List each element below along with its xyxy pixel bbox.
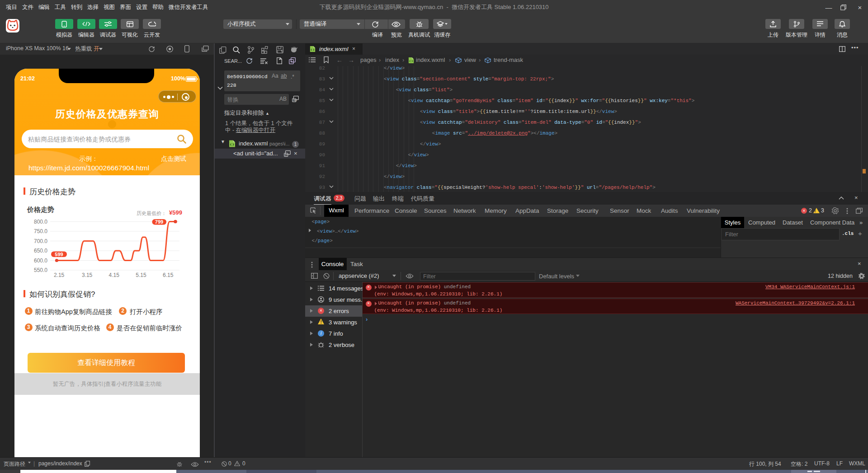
svg-text:4.15: 4.15 [109, 272, 120, 278]
svg-text:599: 599 [55, 252, 63, 257]
svg-text:2.15: 2.15 [54, 272, 65, 278]
svg-text:6.15: 6.15 [163, 272, 174, 278]
svg-text:3.15: 3.15 [82, 272, 93, 278]
svg-text:650.0: 650.0 [34, 248, 47, 254]
svg-text:799: 799 [155, 219, 163, 225]
svg-text:700.0: 700.0 [34, 238, 47, 244]
svg-text:750.0: 750.0 [34, 228, 47, 234]
svg-text:C: C [285, 154, 287, 156]
svg-text:800.0: 800.0 [34, 219, 47, 225]
svg-text:600.0: 600.0 [34, 258, 47, 264]
svg-text:550.0: 550.0 [34, 267, 47, 273]
svg-text:AB: AB [293, 99, 297, 102]
svg-text:5.15: 5.15 [136, 272, 146, 278]
